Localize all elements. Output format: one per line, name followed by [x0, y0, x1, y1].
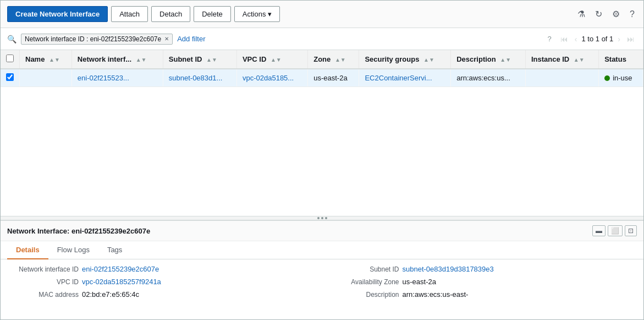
detail-label: Network interface ID	[7, 265, 79, 273]
tab-tags[interactable]: Tags	[98, 241, 131, 259]
flask-icon[interactable]: ⚗	[575, 7, 587, 21]
actions-button[interactable]: Actions ▾	[234, 6, 280, 22]
tab-flow_logs[interactable]: Flow Logs	[48, 241, 98, 259]
app-container: Create Network Interface Attach Detach D…	[0, 0, 644, 320]
pagination-prev-button[interactable]: ‹	[573, 34, 580, 45]
pagination-next-button[interactable]: ›	[615, 34, 623, 45]
actions-chevron-icon: ▾	[268, 10, 272, 18]
resize-handle[interactable]	[1, 216, 643, 220]
detail-row: Subnet ID subnet-0e83d19d3817839e3	[328, 265, 637, 273]
status-badge: in-use	[604, 74, 637, 82]
row-checkbox[interactable]	[6, 73, 14, 81]
header-name[interactable]: Name ▲▼	[20, 50, 72, 69]
detail-label: Subnet ID	[328, 265, 399, 273]
detail-value[interactable]: vpc-02da5185257f9241a	[82, 278, 161, 286]
delete-button[interactable]: Delete	[194, 6, 231, 22]
panel-expand-button[interactable]: ⊡	[625, 225, 637, 236]
desc-sort-icon: ▲▼	[500, 57, 511, 63]
detach-button[interactable]: Detach	[151, 6, 190, 22]
bottom-panel-title: Network Interface: eni-02f2155239e2c607e	[7, 227, 150, 235]
header-zone[interactable]: Zone ▲▼	[308, 50, 359, 69]
detail-row: Availability Zone us-east-2a	[328, 278, 637, 286]
detail-value[interactable]: eni-02f2155239e2c607e	[82, 265, 159, 273]
create-network-interface-button[interactable]: Create Network Interface	[7, 6, 108, 22]
row-name	[20, 69, 72, 87]
toolbar-right-icons: ⚗ ↻ ⚙ ?	[575, 7, 637, 21]
settings-icon[interactable]: ⚙	[610, 7, 622, 21]
row-status: in-use	[599, 69, 643, 87]
network-interfaces-table: Name ▲▼ Network interf... ▲▼ Subnet ID ▲…	[1, 50, 643, 87]
network-interface-link[interactable]: eni-02f215523...	[78, 74, 129, 82]
row-security-groups: EC2ContainerServi...	[359, 69, 451, 87]
header-instance-id[interactable]: Instance ID ▲▼	[525, 50, 598, 69]
security-groups-link[interactable]: EC2ContainerServi...	[365, 74, 432, 82]
detail-value: us-east-2a	[403, 278, 436, 286]
detail-value: arn:aws:ecs:us-east-	[403, 290, 469, 299]
detail-value[interactable]: subnet-0e83d19d3817839e3	[403, 265, 494, 273]
bottom-panel-tabs: DetailsFlow LogsTags	[1, 241, 643, 259]
refresh-icon[interactable]: ↻	[593, 7, 604, 21]
bottom-panel-header: Network Interface: eni-02f2155239e2c607e…	[1, 221, 643, 241]
row-vpc-id: vpc-02da5185...	[236, 69, 307, 87]
bottom-panel: Network Interface: eni-02f2155239e2c607e…	[1, 220, 643, 319]
subnet-sort-icon: ▲▼	[206, 57, 217, 63]
zone-sort-icon: ▲▼	[335, 57, 346, 63]
subnet-id-link[interactable]: subnet-0e83d1...	[169, 74, 223, 82]
row-description: arn:aws:ecs:us...	[451, 69, 526, 87]
header-description[interactable]: Description ▲▼	[451, 50, 526, 69]
actions-label: Actions	[243, 10, 266, 18]
detail-row: VPC ID vpc-02da5185257f9241a	[7, 278, 317, 286]
filter-right: ? ⏮ ‹ 1 to 1 of 1 › ⏭	[546, 32, 637, 45]
select-all-checkbox[interactable]	[6, 55, 14, 62]
header-status[interactable]: Status	[599, 50, 643, 69]
help-icon[interactable]: ?	[628, 7, 637, 21]
pagination-label: 1 to 1 of 1	[582, 35, 614, 43]
iid-sort-icon: ▲▼	[574, 57, 585, 63]
status-dot	[604, 75, 610, 81]
header-checkbox-col	[1, 50, 20, 69]
details-left-column: Network interface ID eni-02f2155239e2c60…	[7, 265, 317, 314]
active-filter-tag: Network interface ID : eni-02f2155239e2c…	[21, 34, 173, 45]
detail-row: Description arn:aws:ecs:us-east-	[328, 290, 637, 299]
row-subnet-id: subnet-0e83d1...	[163, 69, 236, 87]
name-sort-icon: ▲▼	[49, 57, 60, 63]
header-security-groups[interactable]: Security groups ▲▼	[359, 50, 451, 69]
search-icon: 🔍	[7, 35, 16, 44]
row-checkbox-cell	[1, 69, 20, 87]
filter-bar: 🔍 Network interface ID : eni-02f2155239e…	[1, 28, 643, 50]
detail-label: MAC address	[7, 291, 79, 299]
details-right-column: Subnet ID subnet-0e83d19d3817839e3 Avail…	[328, 265, 637, 314]
resize-dots	[317, 217, 327, 219]
toolbar: Create Network Interface Attach Detach D…	[1, 1, 643, 28]
attach-button[interactable]: Attach	[111, 6, 148, 22]
filter-close-icon[interactable]: ✕	[164, 36, 169, 42]
panel-resize-button[interactable]: ⬜	[608, 225, 623, 236]
filter-value: Network interface ID : eni-02f2155239e2c…	[25, 35, 161, 43]
header-vpc-id[interactable]: VPC ID ▲▼	[236, 50, 307, 69]
row-instance-id	[525, 69, 598, 87]
vpc-sort-icon: ▲▼	[271, 57, 282, 63]
bottom-panel-controls: ▬ ⬜ ⊡	[592, 225, 637, 236]
row-network-interface: eni-02f215523...	[71, 69, 163, 87]
details-content: Network interface ID eni-02f2155239e2c60…	[1, 259, 643, 319]
detail-label: Availability Zone	[328, 278, 399, 286]
pagination: ⏮ ‹ 1 to 1 of 1 › ⏭	[558, 34, 637, 45]
header-subnet-id[interactable]: Subnet ID ▲▼	[163, 50, 236, 69]
vpc-id-link[interactable]: vpc-02da5185...	[243, 74, 294, 82]
add-filter-button[interactable]: Add filter	[177, 35, 205, 43]
table-body: eni-02f215523... subnet-0e83d1... vpc-02…	[1, 69, 643, 87]
table-row: eni-02f215523... subnet-0e83d1... vpc-02…	[1, 69, 643, 87]
detail-label: Description	[328, 291, 399, 299]
pagination-last-button[interactable]: ⏭	[625, 34, 637, 45]
status-text: in-use	[613, 74, 632, 82]
table-area: Name ▲▼ Network interf... ▲▼ Subnet ID ▲…	[1, 50, 643, 216]
tab-details[interactable]: Details	[7, 241, 48, 259]
ni-sort-icon: ▲▼	[136, 57, 147, 63]
detail-row: MAC address 02:bd:e7:e5:65:4c	[7, 290, 317, 299]
filter-help-icon[interactable]: ?	[546, 32, 554, 45]
row-zone: us-east-2a	[308, 69, 359, 87]
pagination-first-button[interactable]: ⏮	[558, 34, 570, 45]
header-network-interface[interactable]: Network interf... ▲▼	[71, 50, 163, 69]
panel-collapse-button[interactable]: ▬	[592, 225, 606, 236]
table-header-row: Name ▲▼ Network interf... ▲▼ Subnet ID ▲…	[1, 50, 643, 69]
